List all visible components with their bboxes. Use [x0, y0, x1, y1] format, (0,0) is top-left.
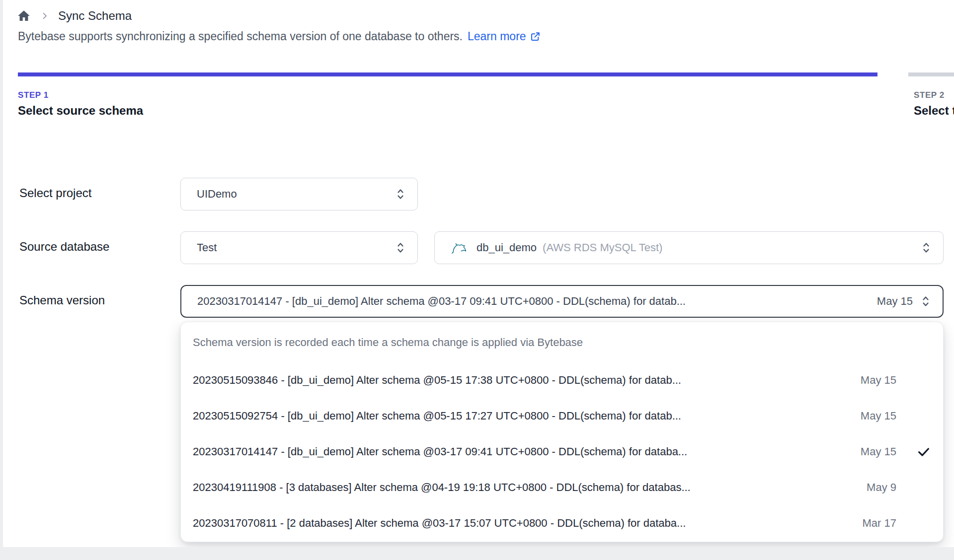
- schema-version-dropdown: Schema version is recorded each time a s…: [180, 322, 944, 542]
- option-check-slot: [900, 516, 931, 531]
- database-select[interactable]: db_ui_demo (AWS RDS MySQL Test): [434, 231, 944, 264]
- step-1-title: Select source schema: [18, 104, 246, 118]
- schema-version-select[interactable]: 20230317014147 - [db_ui_demo] Alter sche…: [180, 285, 944, 318]
- schema-version-option[interactable]: 20230515092754 - [db_ui_demo] Alter sche…: [181, 398, 943, 434]
- select-project-label: Select project: [19, 186, 91, 200]
- step1-progress-bar: [18, 72, 877, 76]
- breadcrumb: Sync Schema: [16, 7, 132, 25]
- home-icon[interactable]: [16, 8, 31, 23]
- option-check-slot: [900, 409, 931, 423]
- chevrons-up-down-icon: [920, 294, 932, 308]
- option-text: 20230515093846 - [db_ui_demo] Alter sche…: [193, 374, 852, 387]
- schema-version-option[interactable]: 20230419111908 - [3 databases] Alter sch…: [181, 470, 943, 505]
- option-date: Mar 17: [863, 517, 896, 530]
- content-card: Sync Schema Bytebase supports synchroniz…: [3, 0, 954, 547]
- option-text: 20230515092754 - [db_ui_demo] Alter sche…: [193, 410, 852, 422]
- option-date: May 15: [861, 410, 896, 422]
- schema-version-options: 20230515093846 - [db_ui_demo] Alter sche…: [181, 362, 943, 541]
- option-date: May 15: [861, 374, 896, 387]
- option-check-slot: [900, 373, 931, 388]
- option-date: May 15: [861, 445, 896, 458]
- page-title: Sync Schema: [58, 9, 132, 23]
- step-1-header: STEP 1 Select source schema: [18, 90, 246, 118]
- schema-version-select-value: 20230317014147 - [db_ui_demo] Alter sche…: [197, 295, 868, 308]
- environment-select[interactable]: Test: [180, 231, 418, 264]
- learn-more-label: Learn more: [468, 30, 526, 43]
- step2-progress-bar: [908, 72, 954, 76]
- project-select-value: UIDemo: [197, 188, 388, 201]
- option-text: 20230419111908 - [3 databases] Alter sch…: [193, 481, 858, 494]
- learn-more-link[interactable]: Learn more: [468, 30, 541, 43]
- check-icon: [900, 444, 931, 459]
- step-2-header: STEP 2 Select t: [914, 90, 954, 118]
- option-date: May 9: [867, 481, 896, 494]
- intro-text: Bytebase supports synchronizing a specif…: [18, 30, 541, 43]
- chevrons-up-down-icon: [395, 241, 406, 255]
- schema-version-option[interactable]: 20230317070811 - [2 databases] Alter sch…: [181, 505, 943, 541]
- schema-version-hint: Schema version is recorded each time a s…: [193, 336, 583, 349]
- sync-schema-page: Sync Schema Bytebase supports synchroniz…: [0, 0, 954, 560]
- chevrons-up-down-icon: [920, 241, 932, 255]
- schema-version-label: Schema version: [19, 293, 105, 307]
- source-database-label: Source database: [19, 240, 109, 254]
- option-check-slot: [900, 480, 931, 495]
- option-text: 20230317014147 - [db_ui_demo] Alter sche…: [193, 445, 852, 458]
- step-1-label: STEP 1: [18, 90, 246, 100]
- intro-description: Bytebase supports synchronizing a specif…: [18, 30, 463, 43]
- schema-version-select-date: May 15: [877, 295, 913, 308]
- project-select[interactable]: UIDemo: [180, 178, 418, 210]
- database-select-name: db_ui_demo: [477, 241, 537, 254]
- environment-select-value: Test: [197, 241, 388, 254]
- chevrons-up-down-icon: [395, 187, 406, 201]
- database-select-instance: (AWS RDS MySQL Test): [543, 241, 913, 254]
- chevron-right-icon: [39, 10, 50, 21]
- option-text: 20230317070811 - [2 databases] Alter sch…: [193, 517, 854, 530]
- step-2-label: STEP 2: [914, 90, 954, 100]
- mysql-dolphin-icon: [451, 239, 469, 256]
- schema-version-option-selected[interactable]: 20230317014147 - [db_ui_demo] Alter sche…: [181, 434, 943, 470]
- schema-version-option[interactable]: 20230515093846 - [db_ui_demo] Alter sche…: [181, 362, 943, 398]
- step-2-title: Select t: [914, 104, 954, 118]
- external-link-icon: [530, 31, 541, 42]
